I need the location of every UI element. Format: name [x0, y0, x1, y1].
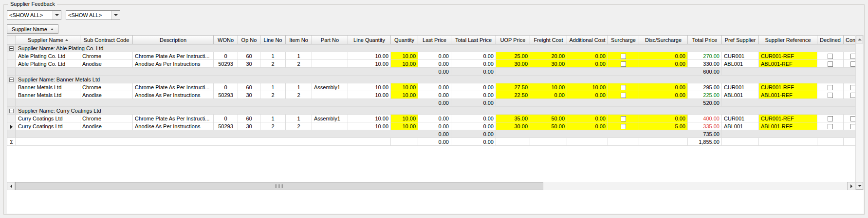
cell-last-price[interactable]: 0.00 — [418, 115, 451, 122]
cell-converted[interactable] — [844, 83, 856, 91]
cell-supplier-name[interactable]: Able Plating Co. Ltd — [16, 52, 80, 60]
scroll-down-button[interactable] — [856, 182, 863, 190]
cell-declined[interactable] — [817, 60, 844, 68]
column-header-item-no[interactable]: Item No — [286, 36, 312, 44]
cell-total-price[interactable]: 270.00 — [688, 52, 722, 60]
cell-op-no[interactable]: 30 — [238, 122, 260, 130]
column-header-part-no[interactable]: Part No — [312, 36, 348, 44]
cell-converted[interactable] — [844, 91, 856, 99]
cell-line-quantity[interactable]: 10.00 — [348, 52, 391, 60]
column-header-additional-cost[interactable]: Additional Cost — [567, 36, 608, 44]
cell-wono[interactable]: 0 — [214, 115, 238, 122]
cell-declined[interactable] — [817, 122, 844, 130]
cell-wono[interactable]: 0 — [214, 52, 238, 60]
column-header-freight-cost[interactable]: Freight Cost — [530, 36, 567, 44]
cell-uop-price[interactable]: 30.00 — [496, 60, 530, 68]
cell-description[interactable]: Anodise As Per Instructions — [133, 60, 214, 68]
cell-wono[interactable]: 50293 — [214, 60, 238, 68]
cell-item-no[interactable]: 2 — [286, 122, 312, 130]
column-header-declined[interactable]: Declined — [817, 36, 844, 44]
surcharge-checkbox[interactable] — [621, 116, 626, 121]
cell-quantity[interactable]: 10.00 — [391, 60, 418, 68]
surcharge-checkbox[interactable] — [621, 85, 626, 90]
cell-pref-supplier[interactable]: CUR001 — [722, 52, 759, 60]
row-indicator[interactable] — [7, 83, 16, 91]
cell-supplier-name[interactable]: Banner Metals Ltd — [16, 83, 80, 91]
converted-checkbox[interactable] — [850, 85, 855, 90]
column-header-disc-surcharge[interactable]: Disc/Surcharge — [639, 36, 688, 44]
column-header-line-quantity[interactable]: Line Quantity — [348, 36, 391, 44]
cell-sub-contract-code[interactable]: Chrome — [80, 115, 133, 122]
cell-uop-price[interactable]: 25.00 — [496, 52, 530, 60]
converted-checkbox[interactable] — [850, 93, 855, 98]
cell-converted[interactable] — [844, 115, 856, 122]
cell-freight-cost[interactable]: 50.00 — [530, 122, 567, 130]
cell-additional-cost[interactable]: 0.00 — [567, 60, 608, 68]
cell-total-price[interactable]: 225.00 — [688, 91, 722, 99]
group-by-button-supplier-name[interactable]: Supplier Name — [7, 24, 58, 34]
column-header-supplier-reference[interactable]: Supplier Reference — [759, 36, 817, 44]
cell-pref-supplier[interactable]: ABL001 — [722, 91, 759, 99]
cell-description[interactable]: Anodise As Per Instructions — [133, 122, 214, 130]
declined-checkbox[interactable] — [828, 124, 833, 129]
cell-op-no[interactable]: 60 — [238, 52, 260, 60]
current-row-indicator[interactable] — [7, 122, 16, 130]
cell-line-quantity[interactable]: 10.00 — [348, 83, 391, 91]
cell-surcharge[interactable] — [608, 60, 639, 68]
cell-total-price[interactable]: 400.00 — [688, 115, 722, 122]
cell-total-price[interactable]: 295.00 — [688, 83, 722, 91]
column-header-total-price[interactable]: Total Price — [688, 36, 722, 44]
cell-total-last-price[interactable]: 0.00 — [451, 115, 496, 122]
declined-checkbox[interactable] — [828, 85, 833, 90]
column-header-supplier-name[interactable]: Supplier Name — [16, 36, 80, 44]
total-surcharge-cell[interactable] — [608, 138, 639, 146]
declined-checkbox[interactable] — [828, 116, 833, 121]
cell-op-no[interactable]: 30 — [238, 91, 260, 99]
collapse-group-icon[interactable] — [9, 78, 14, 82]
cell-supplier-name[interactable]: Banner Metals Ltd — [16, 91, 80, 99]
cell-description[interactable]: Chrome Plate As Per Instructi... — [133, 83, 214, 91]
cell-pref-supplier[interactable]: ABL001 — [722, 122, 759, 130]
cell-total-last-price[interactable]: 0.00 — [451, 91, 496, 99]
total-disc-surcharge-cell[interactable] — [639, 138, 688, 146]
cell-description[interactable]: Chrome Plate As Per Instructi... — [133, 52, 214, 60]
cell-line-quantity[interactable]: 10.00 — [348, 60, 391, 68]
group-expand-cell[interactable] — [7, 76, 16, 83]
header-corner[interactable] — [7, 36, 16, 44]
column-header-uop-price[interactable]: UOP Price — [496, 36, 530, 44]
cell-supplier-reference[interactable]: CUR001-REF — [759, 52, 817, 60]
cell-item-no[interactable]: 2 — [286, 91, 312, 99]
column-header-sub-contract-code[interactable]: Sub Contract Code — [80, 36, 133, 44]
converted-checkbox[interactable] — [850, 116, 855, 121]
column-header-quantity[interactable]: Quantity — [391, 36, 418, 44]
cell-last-price[interactable]: 0.00 — [418, 52, 451, 60]
cell-declined[interactable] — [817, 115, 844, 122]
cell-line-no[interactable]: 2 — [260, 91, 286, 99]
cell-quantity[interactable]: 10.00 — [391, 91, 418, 99]
cell-part-no[interactable]: Assembly1 — [312, 83, 348, 91]
cell-surcharge[interactable] — [608, 83, 639, 91]
cell-freight-cost[interactable]: 0.00 — [530, 91, 567, 99]
collapse-group-icon[interactable] — [9, 46, 14, 51]
surcharge-checkbox[interactable] — [621, 54, 626, 59]
cell-uop-price[interactable]: 30.00 — [496, 122, 530, 130]
declined-checkbox[interactable] — [828, 61, 833, 67]
row-indicator[interactable] — [7, 115, 16, 122]
cell-surcharge[interactable] — [608, 52, 639, 60]
cell-quantity[interactable]: 10.00 — [391, 52, 418, 60]
scroll-right-button[interactable] — [847, 182, 855, 190]
cell-freight-cost[interactable]: 10.00 — [530, 83, 567, 91]
cell-line-quantity[interactable]: 10.00 — [348, 91, 391, 99]
cell-wono[interactable]: 50293 — [214, 91, 238, 99]
cell-sub-contract-code[interactable]: Anodise — [80, 91, 133, 99]
cell-quantity[interactable]: 10.00 — [391, 115, 418, 122]
cell-op-no[interactable]: 60 — [238, 115, 260, 122]
cell-supplier-name[interactable]: Curry Coatings Ltd — [16, 122, 80, 130]
cell-item-no[interactable]: 2 — [286, 60, 312, 68]
cell-last-price[interactable]: 0.00 — [418, 60, 451, 68]
cell-freight-cost[interactable]: 30.00 — [530, 60, 567, 68]
cell-supplier-reference[interactable]: ABL001-REF — [759, 60, 817, 68]
row-indicator[interactable] — [7, 91, 16, 99]
column-header-wono[interactable]: WONo — [214, 36, 238, 44]
cell-freight-cost[interactable]: 20.00 — [530, 52, 567, 60]
